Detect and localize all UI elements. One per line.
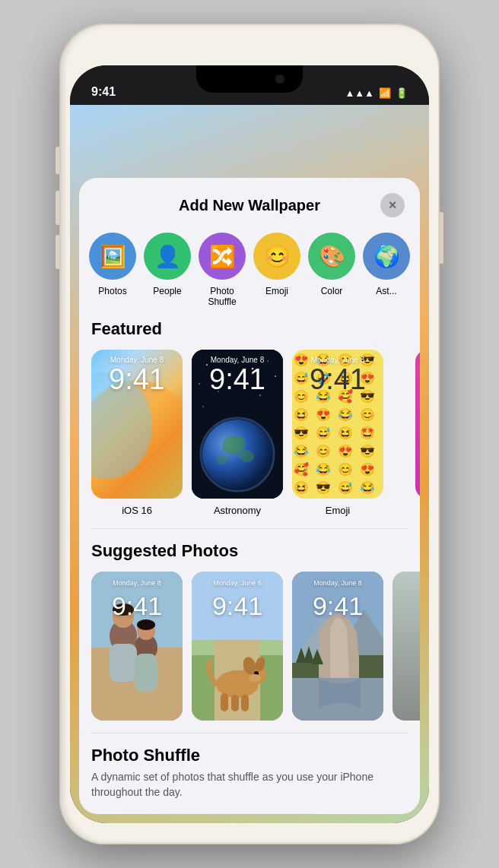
astronomy-icon-circle: 🌍 [363,233,410,280]
ios16-label: iOS 16 [122,505,152,516]
color-icon-circle: 🎨 [308,233,355,280]
featured-title: Featured [79,319,420,350]
svg-point-12 [202,406,204,407]
volume-up-button[interactable] [56,191,59,225]
wallpaper-type-astronomy[interactable]: 🌍 Ast... [365,233,408,307]
emoji-wall-label: Emoji [326,505,351,516]
suggested-item-mountain[interactable]: Monday, June 8 9:41 [292,572,383,721]
people-photo-preview: Monday, June 8 9:41 [91,572,183,721]
divider-1 [91,528,408,529]
partial-preview [415,350,420,499]
wallpaper-type-row: 🖼️ Photos 👤 People 🔀 [79,225,420,319]
color-label: Color [321,286,343,296]
photos-icon-circle: 🖼️ [89,233,136,280]
suggested-row: Monday, June 8 9:41 [79,572,420,733]
astronomy-icon: 🌍 [373,244,400,269]
modal-title: Add New Wallpaper [119,197,380,214]
featured-item-partial[interactable] [393,350,420,516]
modal-scroll-area[interactable]: 🖼️ Photos 👤 People 🔀 [79,225,420,814]
volume-down-button[interactable] [56,235,59,269]
astronomy-preview: Monday, June 8 9:41 [192,350,283,499]
photo-shuffle-label: PhotoShuffle [208,286,236,307]
modal-header: Add New Wallpaper ✕ [79,178,420,225]
power-button[interactable] [440,212,443,264]
astronomy-label: Ast... [376,286,396,296]
emoji-icon-circle: 😊 [253,233,300,280]
people-icon: 👤 [154,244,181,269]
mute-button[interactable] [56,147,59,174]
people-label: People [153,286,181,296]
add-wallpaper-modal: Add New Wallpaper ✕ 🖼️ Photos [79,178,420,814]
phone-screen: 9:41 ▲▲▲ 📶 🔋 Add New Wallpaper ✕ [70,65,429,823]
svg-rect-49 [359,655,383,678]
suggested-section: Suggested Photos [79,541,420,733]
color-icon: 🎨 [319,244,345,269]
status-time: 9:41 [91,85,116,99]
status-bar: 9:41 ▲▲▲ 📶 🔋 [70,65,429,105]
mountain-time: 9:41 [292,591,383,621]
dog-date: Monday, June 6 [192,579,283,587]
dog-time: 9:41 [192,591,283,621]
svg-rect-40 [221,693,228,711]
signal-icon: ▲▲▲ [345,87,374,99]
battery-icon: 🔋 [396,87,408,99]
ios16-preview: Monday, June 8 9:41 [91,350,183,499]
suggested-title: Suggested Photos [79,541,420,572]
svg-rect-41 [231,695,239,711]
people-icon-circle: 👤 [144,233,191,280]
people-date: Monday, June 8 [91,579,183,587]
photos-label: Photos [98,286,126,296]
dog-photo-preview: Monday, June 6 9:41 [192,572,283,721]
wallpaper-type-photos[interactable]: 🖼️ Photos [91,233,134,307]
notch [196,65,303,93]
astronomy-label-text: Astronomy [214,505,261,516]
mountain-photo-preview: Monday, June 8 9:41 [292,572,383,721]
svg-point-39 [249,674,261,682]
svg-rect-42 [241,695,249,711]
divider-2 [91,733,408,733]
astronomy-time: 9:41 [192,363,283,396]
featured-item-astronomy[interactable]: Monday, June 8 9:41 Astronomy [192,350,283,516]
people-time: 9:41 [91,591,183,621]
ios16-time: 9:41 [91,363,183,396]
wallpaper-type-photo-shuffle[interactable]: 🔀 PhotoShuffle [201,233,243,307]
partial-suggested-preview [393,572,420,721]
photo-shuffle-description: A dynamic set of photos that shuffle as … [91,770,408,800]
svg-point-13 [202,420,272,489]
photo-shuffle-section-title: Photo Shuffle [91,746,408,765]
phone-frame: 9:41 ▲▲▲ 📶 🔋 Add New Wallpaper ✕ [59,24,440,844]
wifi-icon: 📶 [379,87,391,99]
svg-rect-48 [292,663,319,678]
emoji-wall-preview: 😍😂😊😎 😅🤣😆😍 😊😂🥰😎 😆😍😂😊 😎😅😆🤩 😂😊😍😎 🥰😂😊😍 😆😎😅😂 [292,350,383,499]
featured-item-ios16[interactable]: Monday, June 8 9:41 iOS 16 [91,350,183,516]
svg-rect-25 [110,644,137,682]
close-button[interactable]: ✕ [380,193,405,217]
featured-row: Monday, June 8 9:41 iOS 16 [79,350,420,528]
photo-shuffle-icon: 🔀 [209,244,236,269]
suggested-item-dog[interactable]: Monday, June 6 9:41 [192,572,283,721]
emoji-wall-time: 9:41 [292,363,383,396]
suggested-item-partial[interactable] [393,572,420,721]
suggested-item-people[interactable]: Monday, June 8 9:41 [91,572,183,721]
mountain-date: Monday, June 8 [292,579,383,587]
status-icons: ▲▲▲ 📶 🔋 [345,87,408,99]
svg-rect-26 [135,654,157,692]
svg-point-16 [216,455,228,464]
wallpaper-type-people[interactable]: 👤 People [146,233,189,307]
emoji-label: Emoji [265,286,288,296]
camera-dot [275,74,284,84]
photos-icon: 🖼️ [100,244,126,269]
emoji-icon: 😊 [264,244,291,269]
photo-shuffle-icon-circle: 🔀 [199,233,246,280]
photo-shuffle-section: Photo Shuffle A dynamic set of photos th… [79,746,420,814]
wallpaper-type-color[interactable]: 🎨 Color [310,233,353,307]
featured-section: Featured [79,319,420,528]
featured-item-emoji[interactable]: 😍😂😊😎 😅🤣😆😍 😊😂🥰😎 😆😍😂😊 😎😅😆🤩 😂😊😍😎 🥰😂😊😍 😆😎😅😂 [292,350,383,516]
svg-point-28 [137,619,155,630]
wallpaper-type-emoji[interactable]: 😊 Emoji [256,233,298,307]
